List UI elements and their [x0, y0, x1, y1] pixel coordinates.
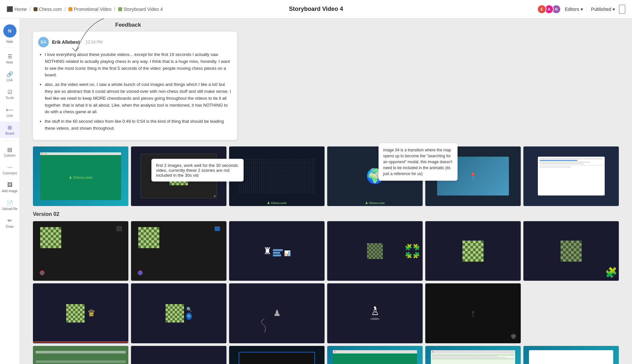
feedback-header: EA Erik Allebest 12:24 PM [38, 37, 232, 47]
draw-icon: ✏ [7, 217, 13, 224]
image-ref-card: image 04 is a transition where the map o… [379, 143, 458, 181]
feedback-author-avatar: EA [38, 37, 49, 47]
sidebar-divider [4, 47, 16, 48]
storyboard-v4-5[interactable] [425, 346, 521, 364]
breadcrumb: ⬛ Home / Chess.com / Promotional Video /… [7, 6, 163, 12]
image-row-2: 👤 [33, 221, 619, 281]
tooltip-popup: first 2 images, work well for the 30 sec… [151, 159, 244, 182]
feedback-point-2: also, as the video went on, I saw a whol… [45, 81, 232, 116]
storyboard-image-6[interactable] [523, 146, 619, 206]
add-image-icon: 🖼 [7, 182, 13, 188]
feedback-section: Feedback EA Erik Allebest 12:24 PM I lov… [33, 22, 619, 140]
note-icon: ☰ [7, 53, 13, 60]
main-layout: N Nate ☰ Note 🔗 Link ☑ To-do ⟵ Line ⊞ Bo… [0, 18, 632, 364]
world-map-visual [239, 158, 315, 194]
chevron-down-icon: ▾ [613, 7, 615, 12]
nav-storyboard[interactable]: Storyboard Video 4 [118, 7, 163, 12]
feedback-card: EA Erik Allebest 12:24 PM I love everyth… [33, 32, 237, 140]
image-row-3: ♛ [33, 283, 619, 343]
comment-icon: ⋯ [7, 164, 13, 170]
storyboard-v2-6[interactable]: 🧩 [523, 221, 619, 281]
storyboard-image-1[interactable]: ♟ Chess.com [33, 146, 128, 206]
upload-icon: 📄 [7, 199, 13, 206]
up-arrow-icon: ↑ [471, 308, 476, 319]
storyboard-v4-4[interactable]: ♟ Chess.com [327, 346, 423, 364]
storyboard-v2-5[interactable] [425, 221, 521, 281]
sidebar-item-comment[interactable]: ⋯ Comment [0, 161, 19, 178]
chess-logo-overlay-2: ♟ Chess.com [365, 201, 384, 205]
user-name-label: Nate [6, 40, 13, 43]
feedback-author-name: Erik Allebest [52, 39, 80, 45]
storyboard-v3-1[interactable]: ♛ [33, 283, 128, 343]
image-row-1: ♟ Chess.com [33, 146, 619, 206]
storyboard-v2-2[interactable]: 👤 [131, 221, 226, 281]
storyboard-v4-2[interactable]: 🏆 [131, 346, 226, 364]
nav-chess[interactable]: Chess.com [34, 7, 62, 12]
link-icon: 🔗 [7, 71, 13, 77]
sidebar-item-board[interactable]: ⊞ Board [0, 121, 19, 138]
user-avatar[interactable]: N [3, 24, 16, 38]
chess-logo-overlay: ♟ Chess.com [267, 201, 286, 205]
storyboard-v4-6[interactable]: 🕐 [523, 346, 619, 364]
storyboard-v3-5[interactable]: ↑ ♚ [425, 283, 521, 343]
page-title: Storyboard Video 4 [289, 6, 343, 13]
path-curve-icon [258, 318, 271, 334]
storyboard-v2-4[interactable]: 🧩 🧩 🧩 🧩 [327, 221, 423, 281]
avatar: E [537, 5, 546, 14]
sidebar-divider [4, 141, 16, 141]
storyboard-v3-4[interactable]: ♙ [327, 283, 423, 343]
feedback-point-3: the stuff in the 60 second video from li… [45, 118, 232, 132]
column-icon: ▤ [7, 146, 13, 153]
line-icon: ⟵ [7, 106, 13, 113]
feedback-point-1: I love everything about these youtube vi… [45, 51, 232, 79]
storyboard-v2-3[interactable]: ♜ 📊 [229, 221, 325, 281]
image-row-4: 🏆 ♟ ♟ Chess.com [33, 346, 619, 364]
sidebar-item-link[interactable]: 🔗 Link [0, 68, 19, 85]
sidebar-item-draw[interactable]: ✏ Draw [0, 215, 19, 231]
image-grid-row1: ♟ Chess.com [33, 146, 619, 206]
avatar-group: E A N [539, 5, 561, 14]
pawn-icon: ♟ [273, 308, 281, 318]
nav-right: E A N Editors ▾ Published ▾ [539, 5, 625, 14]
sidebar: N Nate ☰ Note 🔗 Link ☑ To-do ⟵ Line ⊞ Bo… [0, 18, 20, 364]
sidebar-item-line[interactable]: ⟵ Line [0, 104, 19, 120]
sidebar-item-upload[interactable]: 📄 Upload file [0, 197, 19, 213]
board-icon: ⊞ [7, 124, 13, 131]
nav-promo[interactable]: Promotional Video [68, 7, 111, 12]
sidebar-item-add-image[interactable]: 🖼 Add image [0, 179, 19, 195]
feedback-timestamp: 12:24 PM [86, 40, 102, 44]
storyboard-v3-3[interactable]: ♟ [229, 283, 325, 343]
editors-button[interactable]: Editors ▾ [565, 7, 583, 12]
nav-home[interactable]: ⬛ Home [7, 6, 27, 12]
published-button[interactable]: Published ▾ [587, 7, 615, 12]
storyboard-v3-2[interactable]: 🔍 % [131, 283, 226, 343]
version-label: Version 02 [33, 211, 619, 217]
crown-icon: ♛ [87, 308, 95, 319]
sidebar-item-column[interactable]: ▤ Column [0, 143, 19, 160]
sidebar-item-todo[interactable]: ☑ To-do [0, 86, 19, 102]
king-dark-icon: ♚ [510, 332, 517, 341]
mobile-preview-icon[interactable] [619, 5, 625, 14]
feedback-label: Feedback [115, 22, 141, 28]
content-area: Feedback EA Erik Allebest 12:24 PM I lov… [20, 18, 632, 364]
sidebar-item-note[interactable]: ☰ Note [0, 50, 19, 67]
chevron-down-icon: ▾ [581, 7, 583, 12]
green-lines-visual [33, 346, 128, 364]
storyboard-v2-1[interactable]: 👤 [33, 221, 128, 281]
top-nav: ⬛ Home / Chess.com / Promotional Video /… [0, 0, 632, 18]
todo-icon: ☑ [7, 89, 13, 95]
feedback-content: I love everything about these youtube vi… [38, 51, 232, 132]
storyboard-v4-1[interactable] [33, 346, 128, 364]
storyboard-v4-3[interactable]: ♟ ♟ Chess.com [229, 346, 325, 364]
